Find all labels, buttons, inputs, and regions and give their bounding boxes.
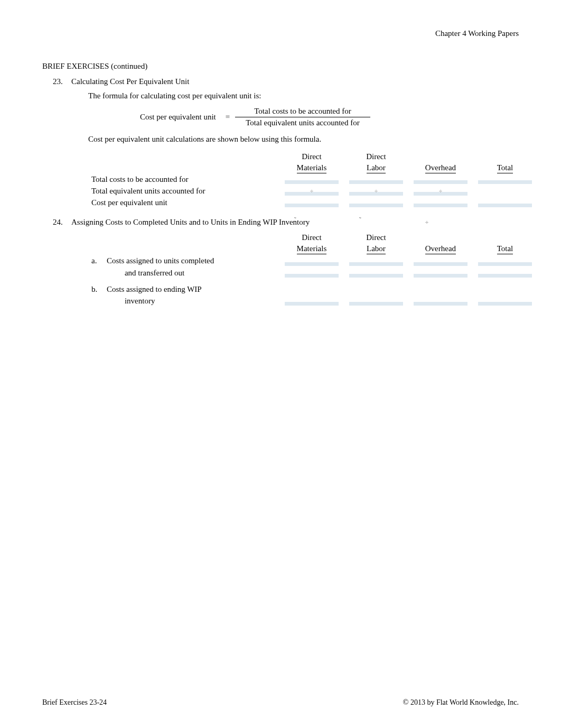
- formula-numerator: Total costs to be accounted for: [235, 107, 370, 117]
- col-dm-2: Materials: [297, 244, 327, 254]
- blank-cell: [408, 283, 473, 295]
- blank-cell: [283, 268, 341, 278]
- blank-header: [473, 151, 537, 162]
- blank-cell: ÷: [412, 186, 470, 196]
- col-dm-2: Materials: [297, 163, 327, 173]
- exercise-24: 24. Assigning Costs to Completed Units a…: [53, 218, 519, 307]
- footer-left: Brief Exercises 23-24: [42, 698, 107, 707]
- blank-header: [104, 243, 279, 254]
- blank-cell: [347, 174, 405, 184]
- tilde-symbol: ˜: [359, 216, 361, 223]
- divide-symbol: ÷: [375, 188, 378, 194]
- exercise-23-intro: The formula for calculating cost per equ…: [88, 91, 537, 100]
- divide-symbol: ÷: [439, 188, 442, 194]
- blank-cell: [347, 198, 405, 207]
- blank-header: [88, 232, 104, 243]
- blank-cell: [279, 283, 344, 295]
- blank-cell: [412, 198, 470, 207]
- blank-header: [88, 243, 104, 254]
- row-cost-per-unit: Cost per equivalent unit: [88, 197, 279, 208]
- formula: Cost per equivalent unit = Total costs t…: [140, 107, 537, 127]
- col-oh: Overhead: [425, 244, 456, 254]
- blank-header: [88, 162, 279, 173]
- col-dl-2: Labor: [367, 244, 386, 254]
- blank-cell: [283, 296, 341, 306]
- blank-header: [473, 232, 537, 243]
- blank-cell: [412, 256, 470, 266]
- divide-symbol: ÷: [310, 188, 313, 194]
- blank-header: [88, 151, 279, 162]
- col-oh: Overhead: [425, 163, 456, 173]
- blank-cell: [412, 268, 470, 278]
- col-dl-1: Direct: [344, 232, 408, 243]
- part-b-text1: Costs assigned to ending WIP: [104, 283, 279, 295]
- chapter-header: Chapter 4 Working Papers: [42, 29, 519, 38]
- blank-header: [104, 232, 279, 243]
- exercise-23: 23. Calculating Cost Per Equivalent Unit…: [53, 77, 519, 208]
- blank-cell: [473, 185, 537, 197]
- col-dl-2: Labor: [367, 163, 386, 173]
- blank-cell: [88, 267, 104, 279]
- blank-cell: [476, 268, 534, 278]
- part-b-text2: inventory: [104, 295, 279, 307]
- part-a-text2: and transferred out: [104, 267, 279, 279]
- section-title: BRIEF EXERCISES (continued): [42, 62, 519, 71]
- blank-cell: ÷: [347, 186, 405, 196]
- blank-cell: [412, 296, 470, 306]
- part-b-label: b.: [88, 283, 104, 295]
- row-equiv-units: Total equivalent units accounted for: [88, 185, 279, 197]
- row-total-costs: Total costs to be accounted for: [88, 173, 279, 185]
- exercise-24-title-text: Assigning Costs to Completed Units and t…: [71, 218, 310, 226]
- blank-cell: [283, 256, 341, 266]
- part-a-text1: Costs assigned to units completed: [104, 254, 279, 267]
- blank-cell: [347, 256, 405, 266]
- equals-sign: =: [220, 113, 235, 122]
- blank-header: [408, 232, 473, 243]
- blank-cell: [283, 198, 341, 207]
- blank-cell: [88, 295, 104, 307]
- cost-table: Direct Direct Materials Labor Overhead T…: [88, 151, 537, 208]
- blank-cell: [283, 174, 341, 184]
- blank-cell: [473, 283, 537, 295]
- assign-table: Direct Direct Materials Labor Overhead T…: [88, 232, 537, 307]
- blank-cell: [476, 198, 534, 207]
- blank-cell: [476, 174, 534, 184]
- col-dl-1: Direct: [344, 151, 408, 162]
- blank-cell: [476, 256, 534, 266]
- blank-cell: ÷: [283, 186, 341, 196]
- blank-cell: [476, 296, 534, 306]
- col-total: Total: [497, 163, 513, 173]
- exercise-23-title: Calculating Cost Per Equivalent Unit: [71, 77, 537, 86]
- col-dm-1: Direct: [279, 151, 344, 162]
- blank-header: [408, 151, 473, 162]
- exercise-23-subintro: Cost per equivalent unit calculations ar…: [88, 135, 537, 144]
- page-footer: Brief Exercises 23-24 © 2013 by Flat Wor…: [42, 698, 519, 707]
- col-total: Total: [497, 244, 513, 254]
- part-a-label: a.: [88, 254, 104, 267]
- exercise-24-title: Assigning Costs to Completed Units and t…: [71, 218, 537, 227]
- divide-symbol: ÷: [425, 219, 428, 225]
- formula-lhs: Cost per equivalent unit: [140, 113, 220, 122]
- tilde-symbol: ˜: [294, 216, 296, 223]
- footer-right: © 2013 by Flat World Knowledge, Inc.: [403, 698, 519, 707]
- blank-cell: [344, 283, 408, 295]
- blank-cell: [347, 296, 405, 306]
- blank-cell: [347, 268, 405, 278]
- exercise-number-23: 23.: [53, 77, 71, 208]
- col-dm-1: Direct: [279, 232, 344, 243]
- formula-denominator: Total equivalent units accounted for: [235, 117, 370, 127]
- blank-cell: [412, 174, 470, 184]
- exercise-number-24: 24.: [53, 218, 71, 307]
